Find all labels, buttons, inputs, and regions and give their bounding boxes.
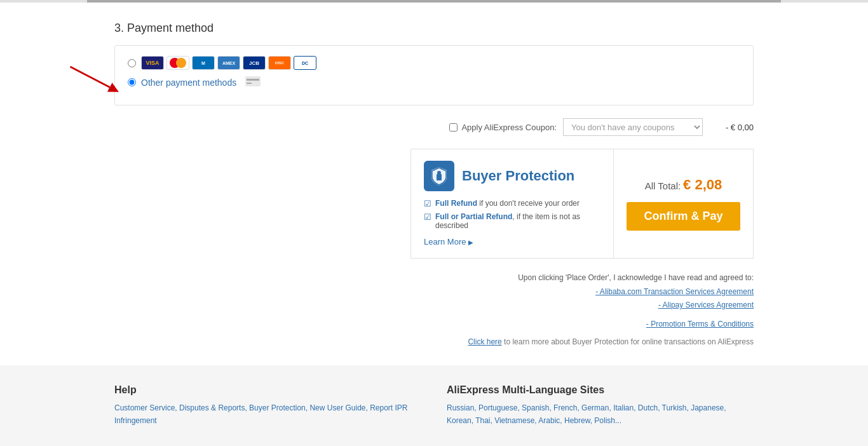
alipay-agreement-link[interactable]: - Alipay Services Agreement: [658, 301, 754, 309]
payment-method-box: VISA M AMEX JCB DISC DC: [114, 45, 754, 105]
radio-other[interactable]: [128, 78, 136, 86]
bp-item-1-text: Full Refund if you don't receive your or…: [435, 199, 580, 208]
footer: Help Customer Service, Disputes & Report…: [0, 365, 868, 445]
agreement-section: Upon clicking 'Place Order', I acknowled…: [114, 271, 754, 346]
confirm-pay-button[interactable]: Confirm & Pay: [627, 202, 740, 231]
footer-multilang-links: Russian, Portuguese, Spanish, French, Ge…: [447, 402, 754, 426]
footer-help-links: Customer Service, Disputes & Reports, Bu…: [114, 402, 421, 426]
multilang-links-text[interactable]: Russian, Portuguese, Spanish, French, Ge…: [447, 403, 726, 424]
svg-point-6: [437, 171, 441, 175]
click-here-link[interactable]: Click here: [468, 337, 501, 346]
all-total-amount: € 2,08: [683, 177, 722, 193]
bp-item-1: ☑ Full Refund if you don't receive your …: [424, 199, 600, 208]
checkout-bottom: Buyer Protection ☑ Full Refund if you do…: [114, 149, 754, 259]
payment-option-other: Other payment methods: [128, 76, 740, 88]
footer-multilang-title: AliExpress Multi-Language Sites: [447, 384, 754, 396]
other-payment-label: Other payment methods: [141, 78, 236, 88]
amex-icon: AMEX: [217, 56, 240, 70]
totals-box: All Total: € 2,08 Confirm & Pay: [614, 149, 754, 259]
transaction-agreement-link[interactable]: - Alibaba.com Transaction Services Agree…: [595, 287, 754, 296]
checkmark-1: ☑: [424, 199, 431, 208]
svg-line-1: [71, 67, 114, 90]
promotion-terms-link[interactable]: - Promotion Terms & Conditions: [646, 320, 754, 328]
learn-more-arrow-icon: ▶: [468, 239, 473, 246]
other-payment-icon: [245, 76, 261, 88]
footer-help-col: Help Customer Service, Disputes & Report…: [114, 384, 421, 426]
buyer-info-post: to learn more about Buyer Protection for…: [502, 337, 754, 346]
red-arrow: [67, 64, 125, 98]
section-title: 3. Payment method: [114, 22, 754, 35]
radio-cards[interactable]: [128, 59, 136, 67]
footer-help-title: Help: [114, 384, 421, 396]
coupon-checkbox[interactable]: [449, 123, 458, 132]
maestro-icon: M: [192, 56, 215, 70]
all-total-label: All Total:: [645, 180, 681, 191]
bp-shield-icon: [424, 161, 454, 191]
payment-option-cards: VISA M AMEX JCB DISC DC: [128, 56, 740, 70]
all-total-row: All Total: € 2,08: [645, 177, 722, 193]
svg-rect-4: [247, 83, 252, 84]
help-links-text[interactable]: Customer Service, Disputes & Reports, Bu…: [114, 403, 408, 424]
bp-item-2: ☑ Full or Partial Refund, if the item is…: [424, 212, 600, 230]
buyer-protection-box: Buyer Protection ☑ Full Refund if you do…: [410, 149, 614, 259]
visa-icon: VISA: [141, 56, 164, 70]
svg-rect-5: [437, 174, 442, 180]
jcb-icon: JCB: [243, 56, 266, 70]
coupon-row: Apply AliExpress Coupon: You don't have …: [114, 118, 754, 136]
footer-grid: Help Customer Service, Disputes & Report…: [114, 384, 754, 426]
bp-items: ☑ Full Refund if you don't receive your …: [424, 199, 600, 230]
card-icons: VISA M AMEX JCB DISC DC: [141, 56, 316, 70]
agreement-text: Upon clicking 'Place Order', I acknowled…: [518, 271, 754, 331]
bp-header: Buyer Protection: [424, 161, 600, 191]
agreement-line1: Upon clicking 'Place Order', I acknowled…: [518, 271, 754, 285]
diners-icon: DC: [294, 56, 316, 70]
buyer-protection-info: Click here to learn more about Buyer Pro…: [468, 337, 754, 346]
discover-icon: DISC: [268, 56, 291, 70]
mastercard-icon: [166, 56, 189, 70]
coupon-amount: - € 0,00: [709, 123, 754, 132]
bp-item-2-text: Full or Partial Refund, if the item is n…: [435, 212, 600, 230]
svg-rect-2: [245, 76, 261, 86]
learn-more-link[interactable]: Learn More ▶: [424, 237, 473, 247]
svg-rect-3: [247, 79, 259, 81]
footer-multilang-col: AliExpress Multi-Language Sites Russian,…: [447, 384, 754, 426]
coupon-label: Apply AliExpress Coupon:: [449, 123, 557, 132]
bp-title: Buyer Protection: [462, 168, 574, 184]
coupon-select[interactable]: You don't have any coupons: [563, 118, 703, 136]
checkmark-2: ☑: [424, 212, 431, 230]
